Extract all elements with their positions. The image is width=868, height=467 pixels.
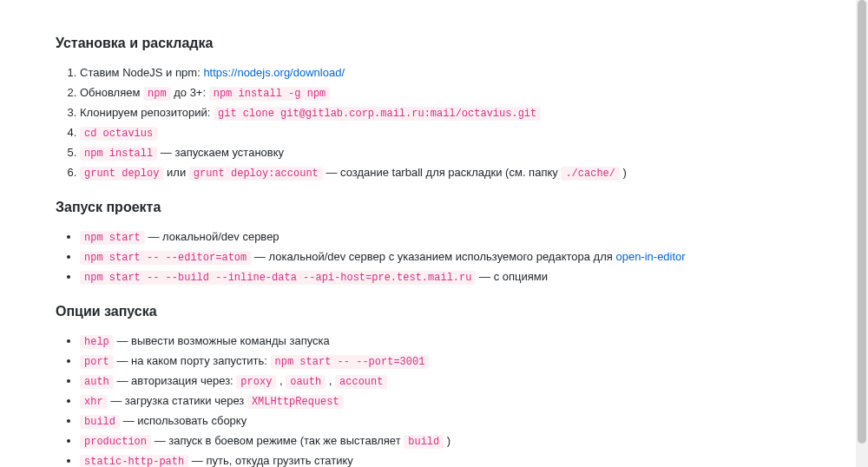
list-item: npm start — локальной/dev сервер <box>80 228 812 246</box>
code: git clone git@gitlab.corp.mail.ru:mail/o… <box>214 107 541 121</box>
code: port <box>80 355 114 369</box>
code: help <box>80 335 114 349</box>
list-item: npm start -- --editor=atom — локальной/d… <box>80 248 812 266</box>
code: xhr <box>80 395 108 409</box>
code: npm start -- --build --inline-data --api… <box>80 271 476 285</box>
list-item: grunt deploy или grunt deploy:account — … <box>80 164 812 181</box>
code: npm start <box>80 231 145 245</box>
install-heading: Установка и раскладка <box>56 33 812 54</box>
list-item: help — вывести возможные команды запуска <box>80 332 812 350</box>
install-list: Ставим NodeJS и npm: https://nodejs.org/… <box>56 64 812 181</box>
code: XMLHttpRequest <box>247 395 344 409</box>
list-item: static-http-path — путь, откуда грузить … <box>80 452 812 468</box>
list-item: npm start -- --build --inline-data --api… <box>80 268 812 286</box>
code: production <box>80 435 151 449</box>
list-item: auth — авторизация через: proxy , oauth … <box>80 372 812 390</box>
options-heading: Опции запуска <box>56 301 812 322</box>
list-item: port — на каком порту запустить: npm sta… <box>80 352 812 370</box>
list-item: cd octavius <box>80 124 812 141</box>
options-list: help — вывести возможные команды запуска… <box>56 332 812 468</box>
code: auth <box>80 375 114 389</box>
list-item: production — запуск в боевом режиме (так… <box>80 432 812 450</box>
list-item: Ставим NodeJS и npm: https://nodejs.org/… <box>80 64 812 82</box>
code: ./cache/ <box>561 167 620 181</box>
code: proxy <box>236 375 276 389</box>
scrollbar-thumb[interactable] <box>858 0 866 444</box>
list-item: Обновляем npm до 3+: npm install -g npm <box>80 84 812 102</box>
list-item: build — использовать сборку <box>80 412 812 430</box>
run-list: npm start — локальной/dev сервер npm sta… <box>56 228 812 286</box>
code: npm install <box>80 147 157 161</box>
code: grunt deploy <box>80 167 163 181</box>
list-item: xhr — загрузка статики через XMLHttpRequ… <box>80 392 812 410</box>
run-heading: Запуск проекта <box>56 197 812 218</box>
list-item: Клонируем репозиторий: git clone git@git… <box>80 104 812 122</box>
code: npm install -g npm <box>209 87 331 101</box>
open-in-editor-link[interactable]: open-in-editor <box>615 250 685 263</box>
nodejs-link[interactable]: https://nodejs.org/download/ <box>203 66 345 79</box>
code: account <box>335 375 387 389</box>
code: build <box>80 415 120 429</box>
code: grunt deploy:account <box>189 167 323 181</box>
code: npm start -- --port=3001 <box>271 355 430 369</box>
code: npm start -- --editor=atom <box>80 251 251 265</box>
list-item: npm install — запускаем установку <box>80 144 812 161</box>
code: cd octavius <box>80 127 157 141</box>
code: build <box>404 435 444 449</box>
code: oauth <box>286 375 326 389</box>
scrollbar[interactable] <box>856 0 868 467</box>
code: static-http-path <box>80 455 188 468</box>
code: npm <box>143 87 171 101</box>
